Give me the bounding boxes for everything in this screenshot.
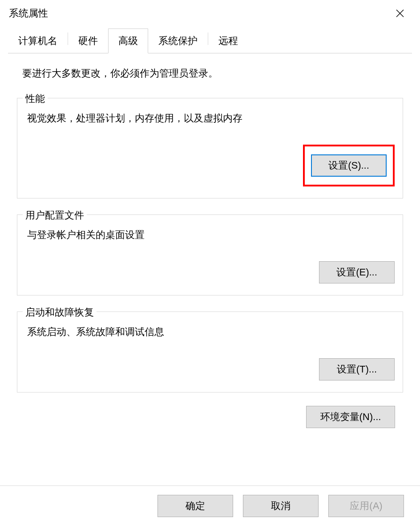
startup-recovery-desc: 系统启动、系统故障和调试信息: [25, 325, 395, 339]
environment-variables-button[interactable]: 环境变量(N)...: [306, 406, 395, 428]
highlight-annotation: 设置(S)...: [303, 145, 395, 186]
performance-desc: 视觉效果，处理器计划，内存使用，以及虚拟内存: [25, 112, 395, 125]
group-performance: 性能 视觉效果，处理器计划，内存使用，以及虚拟内存 设置(S)...: [17, 98, 403, 198]
group-legend-startup-recovery: 启动和故障恢复: [23, 306, 97, 319]
tab-content: 要进行大多数更改，你必须作为管理员登录。 性能 视觉效果，处理器计划，内存使用，…: [0, 53, 420, 486]
tab-hardware[interactable]: 硬件: [68, 28, 108, 53]
ok-button[interactable]: 确定: [158, 495, 233, 517]
group-user-profiles: 用户配置文件 与登录帐户相关的桌面设置 设置(E)...: [17, 214, 403, 295]
group-startup-recovery: 启动和故障恢复 系统启动、系统故障和调试信息 设置(T)...: [17, 312, 403, 392]
tab-remote[interactable]: 远程: [208, 28, 248, 53]
tab-strip: 计算机名 硬件 高级 系统保护 远程: [0, 27, 420, 53]
window-title: 系统属性: [9, 7, 48, 20]
performance-settings-button[interactable]: 设置(S)...: [311, 154, 387, 177]
admin-note: 要进行大多数更改，你必须作为管理员登录。: [17, 67, 403, 80]
tab-computer-name[interactable]: 计算机名: [8, 28, 68, 53]
close-icon: [396, 9, 404, 18]
tab-system-protection[interactable]: 系统保护: [148, 28, 208, 53]
cancel-button[interactable]: 取消: [243, 495, 319, 517]
user-profiles-desc: 与登录帐户相关的桌面设置: [25, 228, 395, 242]
group-legend-user-profiles: 用户配置文件: [23, 209, 87, 222]
group-legend-performance: 性能: [23, 92, 48, 105]
close-button[interactable]: [389, 2, 411, 24]
user-profiles-settings-button[interactable]: 设置(E)...: [319, 261, 395, 283]
apply-button[interactable]: 应用(A): [328, 495, 404, 517]
titlebar: 系统属性: [0, 0, 420, 27]
startup-recovery-settings-button[interactable]: 设置(T)...: [319, 358, 395, 380]
tab-advanced[interactable]: 高级: [108, 28, 148, 53]
dialog-footer: 确定 取消 应用(A): [0, 486, 420, 526]
